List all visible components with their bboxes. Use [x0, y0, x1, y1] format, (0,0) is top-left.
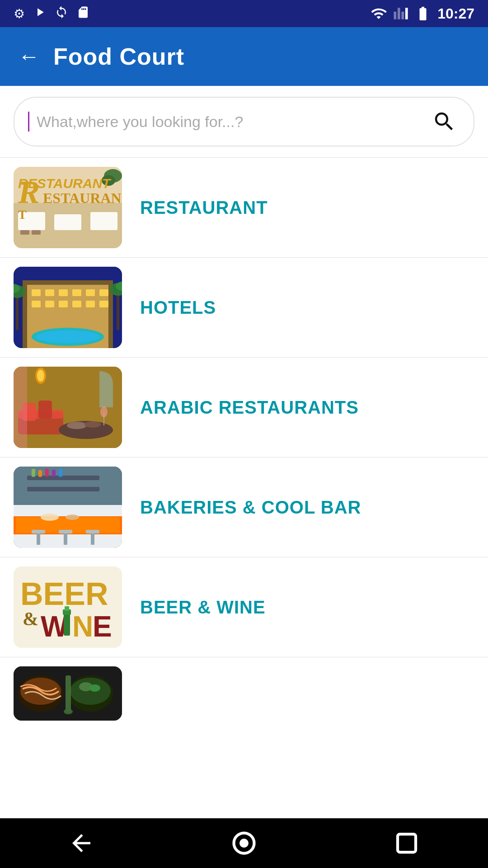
settings-icon: ⚙	[14, 6, 25, 21]
restaurant-label: RESTAURANT	[140, 198, 268, 218]
svg-text:R: R	[18, 174, 40, 210]
search-placeholder: What,where you looking for...?	[37, 113, 421, 131]
svg-text:T: T	[18, 208, 27, 222]
svg-text:N: N	[72, 610, 93, 643]
arabic-restaurants-label: ARABIC RESTAURANTS	[140, 397, 359, 418]
bakery-thumbnail	[14, 467, 122, 548]
svg-point-68	[41, 514, 59, 521]
svg-point-87	[64, 709, 73, 714]
search-button[interactable]	[428, 106, 460, 137]
svg-rect-19	[72, 289, 81, 296]
svg-rect-23	[45, 301, 54, 307]
hotels-thumbnail	[14, 267, 122, 348]
app-bar: ← Food Court	[0, 27, 488, 86]
svg-text:ESTAURAN: ESTAURAN	[43, 190, 122, 206]
noodles-thumbnail	[14, 666, 122, 721]
svg-rect-27	[99, 301, 108, 307]
svg-text:&: &	[23, 609, 38, 629]
svg-rect-55	[32, 469, 35, 477]
restaurant-thumbnail: R ESTAURAN T	[14, 167, 122, 248]
svg-point-29	[36, 330, 99, 343]
svg-rect-86	[66, 675, 71, 712]
svg-rect-76	[64, 613, 70, 636]
svg-rect-21	[99, 289, 108, 296]
back-button[interactable]: ←	[18, 46, 40, 67]
svg-rect-52	[14, 467, 122, 505]
svg-rect-7	[32, 230, 41, 235]
beer-wine-label: BEER & WINE	[140, 597, 266, 618]
svg-point-39	[37, 370, 44, 382]
svg-rect-67	[91, 533, 94, 545]
svg-point-69	[66, 514, 79, 520]
svg-rect-54	[27, 487, 99, 491]
svg-rect-90	[398, 834, 416, 852]
battery-icon	[415, 5, 431, 22]
svg-text:BEER: BEER	[20, 576, 108, 612]
search-icon	[432, 109, 456, 134]
svg-rect-24	[59, 301, 68, 307]
nav-recent-button[interactable]	[389, 825, 425, 861]
search-bar[interactable]: What,where you looking for...?	[14, 97, 474, 146]
svg-rect-49	[14, 367, 27, 448]
signal-icon	[393, 6, 408, 21]
svg-rect-58	[52, 470, 56, 477]
search-container: What,where you looking for...?	[0, 86, 488, 158]
nav-recent-icon	[393, 830, 420, 857]
svg-rect-30	[16, 294, 19, 330]
svg-rect-17	[45, 289, 54, 296]
svg-rect-16	[32, 289, 41, 296]
hotels-label: HOTELS	[140, 297, 216, 318]
svg-rect-6	[20, 230, 29, 235]
svg-rect-18	[59, 289, 68, 296]
svg-rect-62	[32, 530, 45, 533]
nav-back-button[interactable]	[63, 825, 99, 861]
svg-rect-57	[45, 469, 49, 477]
list-item[interactable]: BEER & W N E BEER & WINE	[0, 557, 488, 657]
status-time: 10:27	[437, 5, 474, 22]
nav-back-icon	[68, 830, 95, 857]
svg-point-46	[84, 421, 101, 428]
bottom-nav	[0, 818, 488, 868]
arabic-restaurants-thumbnail	[14, 367, 122, 448]
svg-rect-22	[32, 301, 41, 307]
list-item[interactable]: HOTELS	[0, 258, 488, 358]
svg-rect-65	[64, 533, 67, 545]
nav-home-button[interactable]	[226, 825, 262, 861]
svg-rect-66	[86, 530, 99, 533]
svg-point-83	[70, 678, 111, 705]
svg-rect-20	[86, 289, 95, 296]
category-list: R ESTAURAN T RESTAURANT	[0, 158, 488, 818]
svg-rect-78	[65, 606, 69, 611]
svg-rect-64	[59, 530, 72, 533]
search-cursor	[28, 112, 29, 132]
svg-rect-56	[38, 470, 42, 477]
status-icons-right: 10:27	[371, 5, 474, 22]
beer-wine-thumbnail: BEER & W N E	[14, 566, 122, 648]
sync-icon	[55, 5, 68, 22]
play-icon	[33, 5, 47, 22]
sd-card-icon	[76, 5, 90, 22]
list-item[interactable]: BAKERIES & COOL BAR	[0, 458, 488, 557]
svg-rect-26	[86, 301, 95, 307]
list-item[interactable]: ARABIC RESTAURANTS	[0, 358, 488, 458]
list-item[interactable]	[0, 657, 488, 730]
page-title: Food Court	[53, 43, 184, 70]
svg-rect-53	[27, 476, 99, 480]
svg-point-48	[100, 406, 108, 417]
nav-home-icon	[230, 830, 258, 857]
svg-point-89	[239, 839, 249, 848]
svg-rect-33	[117, 292, 119, 330]
svg-text:E: E	[93, 610, 112, 643]
list-item[interactable]: R ESTAURAN T RESTAURANT	[0, 158, 488, 258]
status-icons-left: ⚙	[14, 5, 90, 22]
svg-point-12	[102, 175, 115, 186]
svg-rect-43	[38, 401, 52, 419]
svg-rect-5	[90, 212, 117, 230]
svg-rect-4	[54, 214, 81, 230]
status-bar: ⚙ 10:27	[0, 0, 488, 27]
svg-rect-59	[59, 469, 62, 477]
wifi-icon	[371, 5, 387, 22]
svg-rect-25	[72, 301, 81, 307]
svg-point-45	[67, 422, 87, 429]
bakery-label: BAKERIES & COOL BAR	[140, 497, 361, 518]
